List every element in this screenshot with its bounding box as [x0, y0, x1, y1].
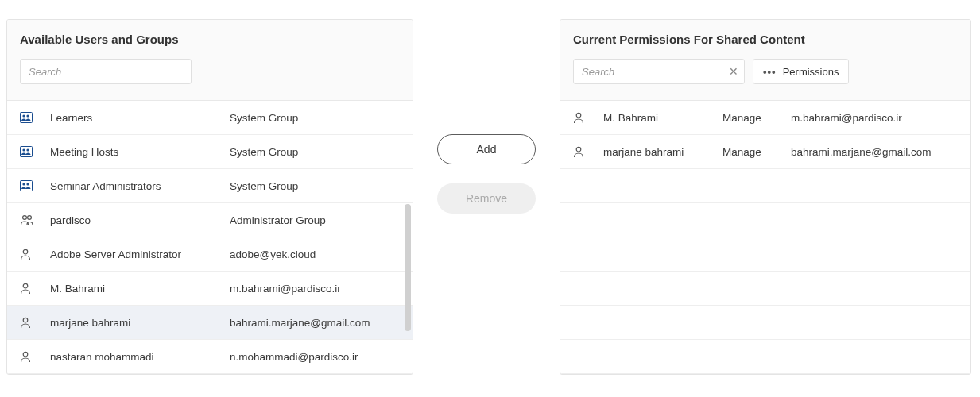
svg-point-10: [28, 216, 32, 220]
permissions-search-input[interactable]: [573, 59, 745, 84]
remove-button[interactable]: Remove: [437, 183, 536, 214]
available-users-header: Available Users and Groups: [7, 20, 413, 101]
user-icon: [20, 351, 31, 363]
current-permissions-title: Current Permissions For Shared Content: [573, 33, 958, 46]
ellipsis-icon: •••: [763, 66, 777, 78]
row-email: m.bahrami@pardisco.ir: [791, 112, 958, 124]
svg-point-16: [576, 147, 581, 152]
row-permission: Manage: [722, 112, 791, 124]
row-name: marjane bahrami: [603, 146, 722, 158]
add-button[interactable]: Add: [437, 134, 536, 164]
row-name: Meeting Hosts: [50, 146, 230, 158]
permission-row[interactable]: marjane bahramiManagebahrami.marjane@gma…: [560, 135, 970, 169]
group-icon: [20, 180, 33, 191]
available-users-title: Available Users and Groups: [20, 33, 400, 46]
group-icon: [20, 146, 33, 157]
action-buttons: Add Remove: [436, 19, 537, 214]
empty-row: [560, 169, 970, 203]
scrollbar[interactable]: [405, 204, 411, 331]
available-user-row[interactable]: marjane bahramibahrami.marjane@gmail.com: [7, 306, 413, 340]
svg-point-8: [26, 183, 29, 185]
row-name: Seminar Administrators: [50, 180, 230, 192]
current-permissions-header: Current Permissions For Shared Content ✕…: [560, 20, 970, 101]
svg-point-9: [23, 216, 27, 220]
svg-rect-6: [21, 181, 33, 191]
empty-row: [560, 203, 970, 237]
svg-point-15: [576, 113, 581, 118]
current-permissions-list: M. BahramiManagem.bahrami@pardisco.irmar…: [560, 101, 970, 374]
users-icon: [20, 214, 34, 225]
row-detail: bahrami.marjane@gmail.com: [230, 317, 400, 329]
empty-row: [560, 306, 970, 340]
empty-row: [560, 340, 970, 374]
svg-point-7: [22, 183, 25, 185]
available-user-row[interactable]: M. Bahramim.bahrami@pardisco.ir: [7, 272, 413, 306]
row-email: bahrami.marjane@gmail.com: [791, 146, 958, 158]
row-detail: System Group: [230, 180, 400, 192]
svg-point-11: [23, 249, 28, 254]
available-user-row[interactable]: LearnersSystem Group: [7, 101, 413, 135]
row-detail: n.mohammadi@pardisco.ir: [230, 351, 400, 363]
svg-point-2: [26, 114, 29, 117]
svg-rect-0: [21, 113, 33, 123]
current-permissions-panel: Current Permissions For Shared Content ✕…: [560, 19, 971, 375]
available-user-row[interactable]: pardiscoAdministrator Group: [7, 203, 413, 237]
svg-point-4: [22, 148, 25, 151]
svg-point-13: [23, 318, 28, 322]
svg-rect-3: [21, 147, 33, 157]
permission-row[interactable]: M. BahramiManagem.bahrami@pardisco.ir: [560, 101, 970, 135]
user-icon: [573, 112, 584, 124]
row-detail: System Group: [230, 146, 400, 158]
row-detail: Administrator Group: [230, 214, 400, 226]
row-detail: adobe@yek.cloud: [230, 249, 400, 260]
row-name: marjane bahrami: [50, 317, 230, 329]
clear-search-icon[interactable]: ✕: [729, 66, 738, 77]
svg-point-12: [23, 283, 28, 288]
row-permission: Manage: [722, 146, 791, 158]
empty-row: [560, 272, 970, 306]
empty-row: [560, 237, 970, 272]
svg-point-1: [22, 114, 25, 117]
svg-point-5: [26, 148, 29, 151]
user-icon: [20, 249, 31, 260]
available-users-list: LearnersSystem GroupMeeting HostsSystem …: [7, 101, 413, 374]
available-user-row[interactable]: Meeting HostsSystem Group: [7, 135, 413, 169]
row-detail: System Group: [230, 112, 400, 124]
row-name: pardisco: [50, 214, 230, 226]
available-user-row[interactable]: Adobe Server Administratoradobe@yek.clou…: [7, 237, 413, 272]
row-name: M. Bahrami: [603, 112, 722, 124]
svg-point-14: [23, 352, 28, 357]
row-name: nastaran mohammadi: [50, 351, 230, 363]
row-name: M. Bahrami: [50, 283, 230, 295]
row-name: Adobe Server Administrator: [50, 249, 230, 260]
row-name: Learners: [50, 112, 230, 124]
user-icon: [573, 146, 584, 158]
available-user-row[interactable]: nastaran mohammadin.mohammadi@pardisco.i…: [7, 340, 413, 374]
permissions-button[interactable]: ••• Permissions: [753, 59, 849, 84]
user-icon: [20, 283, 31, 295]
row-detail: m.bahrami@pardisco.ir: [230, 283, 400, 295]
available-search-input[interactable]: [20, 59, 192, 84]
permissions-button-label: Permissions: [783, 66, 839, 78]
user-icon: [20, 317, 31, 329]
group-icon: [20, 112, 33, 123]
available-user-row[interactable]: Seminar AdministratorsSystem Group: [7, 169, 413, 203]
available-users-panel: Available Users and Groups LearnersSyste…: [6, 19, 413, 375]
